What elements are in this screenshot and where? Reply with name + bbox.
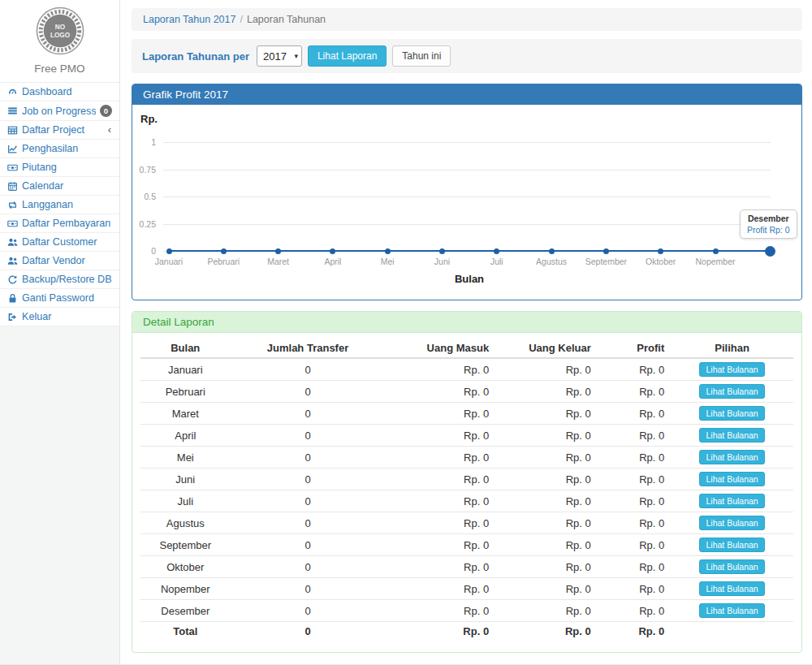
cell-bulan: Maret bbox=[140, 403, 231, 425]
column-header-profit: Profit bbox=[598, 339, 671, 358]
sidebar-item-daftar-customer[interactable]: Daftar Customer bbox=[0, 233, 119, 252]
lihat-bulanan-button[interactable]: Lihat Bulanan bbox=[699, 559, 764, 574]
lihat-bulanan-button[interactable]: Lihat Bulanan bbox=[699, 472, 764, 486]
cell-pilihan: Lihat Bulanan bbox=[671, 578, 793, 600]
sidebar-item-piutang[interactable]: Piutang bbox=[0, 158, 119, 177]
y-tick-label: 0 bbox=[132, 246, 156, 256]
data-point-pebruari[interactable] bbox=[221, 248, 227, 254]
breadcrumb: Laporan Tahun 2017/Laporan Tahunan bbox=[132, 8, 802, 31]
lihat-bulanan-button[interactable]: Lihat Bulanan bbox=[699, 538, 764, 552]
column-header-bulan: Bulan bbox=[140, 339, 231, 358]
x-tick-label: Juni bbox=[415, 257, 470, 266]
sidebar-item-job-on-progress[interactable]: Job on Progress0 bbox=[0, 101, 119, 121]
data-point-januari[interactable] bbox=[166, 248, 172, 254]
sidebar-item-ganti-password[interactable]: Ganti Password bbox=[0, 289, 119, 308]
main-content: Laporan Tahun 2017/Laporan Tahunan Lapor… bbox=[120, 0, 812, 664]
data-point-desember[interactable] bbox=[765, 246, 775, 257]
sign-out-icon bbox=[6, 312, 18, 322]
money-icon bbox=[6, 218, 18, 229]
cell-jumlah-transfer: 0 bbox=[231, 534, 386, 556]
total-profit: Rp. 0 bbox=[598, 622, 671, 641]
sidebar-item-penghasilan[interactable]: Penghasilan bbox=[0, 140, 119, 158]
sidebar-item-daftar-vendor[interactable]: Daftar Vendor bbox=[0, 252, 119, 270]
table-row-april: April0Rp. 0Rp. 0Rp. 0Lihat Bulanan bbox=[140, 425, 793, 447]
cell-pilihan: Lihat Bulanan bbox=[671, 512, 793, 534]
sidebar-item-keluar[interactable]: Keluar bbox=[0, 308, 119, 326]
table-row-nopember: Nopember0Rp. 0Rp. 0Rp. 0Lihat Bulanan bbox=[140, 578, 793, 600]
cell-uang-masuk: Rp. 0 bbox=[385, 556, 495, 578]
year-select[interactable]: 2017 bbox=[257, 45, 302, 67]
chart-gridline bbox=[163, 196, 771, 197]
cell-pilihan: Lihat Bulanan bbox=[671, 403, 793, 425]
sidebar-item-label: Penghasilan bbox=[22, 143, 114, 154]
sidebar-item-dashboard[interactable]: Dashboard bbox=[0, 83, 119, 101]
cell-profit: Rp. 0 bbox=[598, 512, 671, 534]
lihat-bulanan-button[interactable]: Lihat Bulanan bbox=[699, 384, 764, 399]
data-point-agustus[interactable] bbox=[549, 248, 555, 254]
x-tick-label: Juli bbox=[469, 257, 525, 266]
tahun-ini-button[interactable]: Tahun ini bbox=[392, 45, 451, 67]
retweet-icon bbox=[6, 200, 18, 210]
cell-uang-masuk: Rp. 0 bbox=[385, 534, 495, 556]
column-header-uang-masuk: Uang Masuk bbox=[385, 339, 495, 358]
lihat-bulanan-button[interactable]: Lihat Bulanan bbox=[699, 494, 764, 508]
lihat-bulanan-button[interactable]: Lihat Bulanan bbox=[699, 406, 764, 421]
lihat-bulanan-button[interactable]: Lihat Bulanan bbox=[699, 581, 764, 596]
breadcrumb-link[interactable]: Laporan Tahun 2017 bbox=[143, 14, 235, 25]
sidebar-top: NO LOGO Free PMO DashboardJob on Progres… bbox=[0, 0, 119, 326]
cell-uang-masuk: Rp. 0 bbox=[385, 490, 495, 512]
sidebar-item-daftar-pembayaran[interactable]: Daftar Pembayaran bbox=[0, 214, 119, 233]
profit-chart-panel: Grafik Profit 2017 Rp. Bulan Desember Pr… bbox=[132, 84, 802, 300]
lihat-bulanan-button[interactable]: Lihat Bulanan bbox=[699, 516, 764, 530]
table-total-row: Total 0 Rp. 0 Rp. 0 Rp. 0 bbox=[140, 622, 793, 641]
lihat-laporan-button[interactable]: Lihat Laporan bbox=[308, 45, 387, 67]
sidebar-item-langganan[interactable]: Langganan bbox=[0, 196, 119, 214]
sidebar-item-calendar[interactable]: Calendar bbox=[0, 177, 119, 196]
detail-table-wrap: Bulan Jumlah Transfer Uang Masuk Uang Ke… bbox=[132, 333, 801, 652]
cell-bulan: Juni bbox=[140, 469, 231, 490]
cell-pilihan: Lihat Bulanan bbox=[671, 447, 793, 469]
column-header-jumlah-transfer: Jumlah Transfer bbox=[231, 339, 386, 358]
app-logo[interactable]: NO LOGO bbox=[0, 6, 119, 58]
cell-uang-keluar: Rp. 0 bbox=[495, 534, 598, 556]
total-uang-keluar: Rp. 0 bbox=[495, 622, 598, 641]
data-point-maret[interactable] bbox=[275, 248, 281, 254]
cell-profit: Rp. 0 bbox=[598, 534, 671, 556]
cell-bulan: Desember bbox=[140, 600, 231, 622]
cell-profit: Rp. 0 bbox=[598, 425, 671, 447]
data-point-april[interactable] bbox=[330, 248, 335, 254]
cell-uang-keluar: Rp. 0 bbox=[495, 512, 598, 534]
year-select-wrap: 2017 ▾ bbox=[257, 45, 302, 67]
sidebar-item-backup-restore-db[interactable]: Backup/Restore DB bbox=[0, 270, 119, 289]
cell-bulan: Pebruari bbox=[140, 381, 231, 403]
users-icon bbox=[6, 256, 18, 266]
cell-bulan: Oktober bbox=[140, 556, 231, 578]
sidebar-menu: DashboardJob on Progress0Daftar Project‹… bbox=[0, 82, 119, 326]
sidebar-item-label: Daftar Project bbox=[22, 124, 104, 136]
lihat-bulanan-button[interactable]: Lihat Bulanan bbox=[699, 428, 764, 443]
calendar-icon bbox=[6, 181, 18, 192]
data-point-oktober[interactable] bbox=[658, 248, 663, 254]
cell-bulan: Mei bbox=[140, 447, 231, 469]
data-point-september[interactable] bbox=[603, 248, 609, 254]
sidebar-item-daftar-project[interactable]: Daftar Project‹ bbox=[0, 121, 119, 140]
data-point-mei[interactable] bbox=[385, 248, 391, 254]
cell-uang-keluar: Rp. 0 bbox=[495, 358, 598, 381]
cell-bulan: September bbox=[140, 534, 231, 556]
lihat-bulanan-button[interactable]: Lihat Bulanan bbox=[699, 362, 764, 377]
cell-uang-keluar: Rp. 0 bbox=[495, 600, 598, 622]
lihat-bulanan-button[interactable]: Lihat Bulanan bbox=[699, 450, 764, 464]
filter-label: Laporan Tahunan per bbox=[142, 50, 249, 63]
data-point-juli[interactable] bbox=[494, 248, 499, 254]
data-point-juni[interactable] bbox=[439, 248, 445, 254]
cell-uang-masuk: Rp. 0 bbox=[385, 425, 495, 447]
lihat-bulanan-button[interactable]: Lihat Bulanan bbox=[699, 603, 764, 618]
table-icon bbox=[6, 125, 18, 136]
sidebar-item-label: Backup/Restore DB bbox=[22, 274, 114, 285]
data-point-nopember[interactable] bbox=[713, 248, 719, 254]
cell-profit: Rp. 0 bbox=[598, 490, 671, 512]
y-axis-title: Rp. bbox=[140, 113, 158, 125]
cell-jumlah-transfer: 0 bbox=[231, 358, 386, 381]
chart-tooltip-value: Profit Rp: 0 bbox=[747, 225, 790, 235]
table-row-oktober: Oktober0Rp. 0Rp. 0Rp. 0Lihat Bulanan bbox=[140, 556, 793, 578]
